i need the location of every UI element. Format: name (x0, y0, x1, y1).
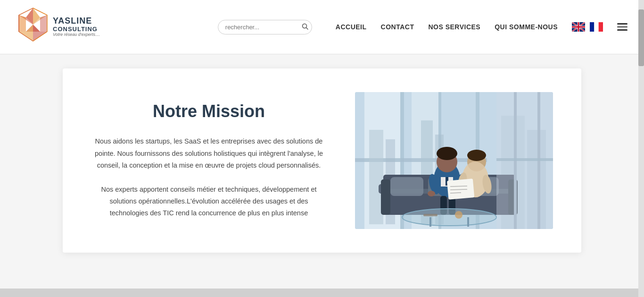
hamburger-line-1 (617, 23, 627, 25)
logo-tagline: Votre réseau d'experts.... (53, 33, 100, 37)
svg-rect-28 (594, 22, 598, 32)
logo-text: YASLINE CONSULTING Votre réseau d'expert… (53, 17, 100, 37)
site-header: YASLINE CONSULTING Votre réseau d'expert… (0, 0, 644, 54)
search-icon (302, 23, 308, 30)
svg-rect-49 (390, 177, 423, 196)
svg-point-54 (437, 147, 457, 160)
nav-accueil[interactable]: ACCUEIL (336, 23, 367, 31)
logo-area[interactable]: YASLINE CONSULTING Votre réseau d'expert… (14, 6, 108, 48)
logo-name-1: YASLINE (53, 17, 100, 26)
nav-nos-services[interactable]: NOS SERVICES (428, 23, 480, 31)
svg-rect-83 (496, 158, 553, 161)
svg-rect-27 (590, 22, 594, 32)
svg-rect-29 (599, 22, 603, 32)
svg-marker-5 (40, 15, 47, 32)
svg-rect-47 (381, 179, 390, 215)
mission-card: Notre Mission Nous aidons les startups, … (63, 68, 581, 253)
mission-title: Notre Mission (91, 102, 327, 121)
search-area (218, 20, 312, 34)
hamburger-line-2 (617, 26, 627, 28)
flag-english[interactable] (572, 22, 585, 32)
search-button[interactable] (302, 23, 308, 31)
header-right (572, 21, 630, 33)
mission-paragraph-2: Nos experts apportent conseils métier et… (91, 184, 327, 220)
svg-rect-70 (447, 178, 474, 200)
nav-contact[interactable]: CONTACT (381, 23, 414, 31)
meeting-illustration (355, 92, 553, 229)
bottom-scrollbar[interactable] (0, 289, 638, 297)
svg-line-72 (450, 189, 467, 190)
search-input[interactable] (218, 20, 312, 34)
svg-line-17 (306, 27, 308, 29)
scrollbar-thumb[interactable] (638, 9, 644, 66)
mission-image (355, 92, 553, 229)
logo-icon (14, 6, 52, 48)
scrollbar[interactable] (638, 0, 644, 297)
svg-rect-78 (423, 214, 438, 216)
svg-line-71 (450, 186, 467, 187)
main-nav: ACCUEIL CONTACT NOS SERVICES QUI SOMME-N… (336, 23, 558, 31)
hamburger-menu[interactable] (615, 21, 630, 33)
svg-point-59 (428, 191, 435, 196)
svg-point-65 (467, 150, 486, 161)
nav-qui-somme-nous[interactable]: QUI SOMME-NOUS (495, 23, 558, 31)
svg-point-79 (455, 211, 462, 219)
mission-text-section: Notre Mission Nous aidons les startups, … (91, 102, 327, 219)
logo-name-2: CONSULTING (53, 26, 100, 33)
main-content: Notre Mission Nous aidons les startups, … (0, 54, 644, 272)
svg-line-73 (450, 193, 461, 193)
hamburger-line-3 (617, 29, 627, 31)
svg-marker-6 (19, 15, 26, 32)
flag-french[interactable] (590, 22, 603, 32)
mission-paragraph-1: Nous aidons les startups, les SaaS et le… (91, 136, 327, 171)
